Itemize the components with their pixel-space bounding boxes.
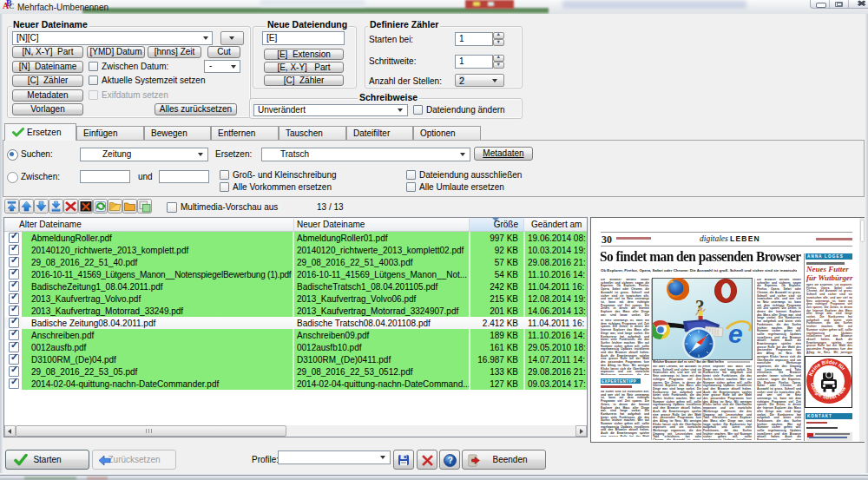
svg-text:?: ?: [447, 456, 452, 465]
